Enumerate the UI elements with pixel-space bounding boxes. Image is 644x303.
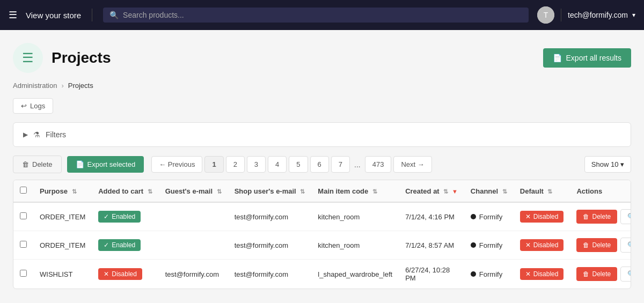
row2-show-button[interactable]: 🔍 Show <box>620 238 631 253</box>
row1-checkbox-cell <box>13 202 33 231</box>
row1-added-to-cart: ✓ Enabled <box>92 202 158 231</box>
delete-icon: 🗑 <box>22 160 29 168</box>
row3-added-cart-badge: ✕ Disabled <box>98 268 142 280</box>
row3-channel: Formify <box>464 260 514 289</box>
row2-shop-email: test@formify.com <box>228 231 312 260</box>
breadcrumb-sep: › <box>61 82 63 90</box>
main-item-code-sort-icon[interactable]: ⇅ <box>372 188 377 195</box>
col-purpose: Purpose ⇅ <box>33 180 92 202</box>
last-page-button[interactable]: 473 <box>365 156 392 173</box>
page-header: ☰ Projects 📄 Export all results <box>13 30 631 82</box>
topbar-right: T tech@formify.com ▾ <box>537 6 635 24</box>
row1-purpose: ORDER_ITEM <box>33 202 92 231</box>
row2-added-to-cart: ✓ Enabled <box>92 231 158 260</box>
export-selected-button[interactable]: 📄 Export selected <box>67 156 144 173</box>
user-menu-chevron[interactable]: ▾ <box>632 11 635 19</box>
show-select[interactable]: Show 10 ▾ <box>584 156 631 173</box>
row2-default-x: ✕ <box>525 241 531 249</box>
row2-main-item-code: kitchen_room <box>311 231 399 260</box>
row3-purpose: WISHLIST <box>33 260 92 289</box>
export-all-label: Export all results <box>566 54 621 62</box>
topbar: ☰ View your store 🔍 T tech@formify.com ▾ <box>0 0 644 30</box>
row3-checkbox[interactable] <box>20 270 27 277</box>
row2-purpose: ORDER_ITEM <box>33 231 92 260</box>
avatar: T <box>537 6 554 24</box>
next-button[interactable]: Next → <box>393 156 431 173</box>
projects-table: Purpose ⇅ Added to cart ⇅ Guest's e-mail… <box>13 180 631 289</box>
purpose-sort-icon[interactable]: ⇅ <box>72 188 77 195</box>
shop-email-sort-icon[interactable]: ⇅ <box>300 188 305 195</box>
user-email: tech@formify.com <box>568 11 628 19</box>
row3-main-item-code: l_shaped_wardrobe_left <box>311 260 399 289</box>
added-to-cart-sort-icon[interactable]: ⇅ <box>148 188 152 195</box>
row2-channel-dot <box>471 242 476 248</box>
row1-actions: 🗑 Delete 🔍 Show <box>570 202 631 231</box>
created-at-filter-icon[interactable]: ▼ <box>452 188 458 195</box>
row1-guest-email <box>159 202 228 231</box>
row3-created-at: 6/27/24, 10:28 PM <box>399 260 464 289</box>
col-actions: Actions <box>570 180 631 202</box>
row3-delete-button[interactable]: 🗑 Delete <box>576 267 617 281</box>
logs-button[interactable]: ↩ Logs <box>13 98 53 114</box>
row3-added-cart-x: ✕ <box>104 270 109 278</box>
row3-shop-email: test@formify.com <box>228 260 312 289</box>
export-all-button[interactable]: 📄 Export all results <box>543 48 631 68</box>
row1-channel: Formify <box>464 202 514 231</box>
filters-expand-icon[interactable]: ▶ <box>23 131 28 138</box>
row3-delete-icon: 🗑 <box>583 270 589 278</box>
page-7-button[interactable]: 7 <box>331 156 350 173</box>
row3-guest-email: test@formify.com <box>159 260 228 289</box>
delete-label: Delete <box>32 160 53 168</box>
search-icon: 🔍 <box>109 11 119 19</box>
filter-icon: ⚗ <box>33 130 40 139</box>
created-at-sort-icon[interactable]: ⇅ <box>443 188 448 195</box>
row3-added-to-cart: ✕ Disabled <box>92 260 158 289</box>
row1-added-cart-badge: ✓ Enabled <box>98 211 141 223</box>
export-icon: 📄 <box>553 54 562 62</box>
row1-created-at: 7/1/24, 4:16 PM <box>399 202 464 231</box>
channel-sort-icon[interactable]: ⇅ <box>502 188 507 195</box>
row1-channel-dot <box>471 214 476 219</box>
row3-default-x: ✕ <box>525 270 531 278</box>
row3-show-button[interactable]: 🔍 Show <box>620 267 631 282</box>
breadcrumb-admin[interactable]: Administration <box>13 82 57 90</box>
row2-channel: Formify <box>464 231 514 260</box>
svg-text:T: T <box>544 11 548 19</box>
row2-show-icon: 🔍 <box>627 241 631 249</box>
row1-delete-icon: 🗑 <box>583 213 589 220</box>
row1-checkbox[interactable] <box>20 212 27 219</box>
table-row: WISHLIST ✕ Disabled test@formify.com tes… <box>13 260 631 289</box>
row2-delete-button[interactable]: 🗑 Delete <box>576 238 617 252</box>
row1-delete-button[interactable]: 🗑 Delete <box>576 210 617 224</box>
select-all-checkbox[interactable] <box>20 187 27 194</box>
row1-main-item-code: kitchen_room <box>311 202 399 231</box>
col-channel: Channel ⇅ <box>464 180 514 202</box>
delete-button[interactable]: 🗑 Delete <box>13 156 62 173</box>
search-input[interactable] <box>123 11 522 19</box>
row3-actions: 🗑 Delete 🔍 Show <box>570 260 631 289</box>
default-sort-icon[interactable]: ⇅ <box>547 188 552 195</box>
main-content: ☰ Projects 📄 Export all results Administ… <box>0 30 644 302</box>
store-link[interactable]: View your store <box>26 11 81 20</box>
projects-icon: ☰ <box>22 50 34 65</box>
row3-default-badge: ✕ Disabled <box>520 268 564 280</box>
page-6-button[interactable]: 6 <box>310 156 329 173</box>
page-1-button[interactable]: 1 <box>204 156 223 173</box>
row2-added-cart-check: ✓ <box>104 241 109 249</box>
row2-checkbox[interactable] <box>20 241 27 248</box>
filters-bar: ▶ ⚗ Filters <box>13 122 631 147</box>
page-3-button[interactable]: 3 <box>247 156 266 173</box>
table-wrapper: Purpose ⇅ Added to cart ⇅ Guest's e-mail… <box>13 180 631 289</box>
menu-icon[interactable]: ☰ <box>9 9 17 21</box>
topbar-divider <box>92 9 92 21</box>
prev-button[interactable]: ← Previous <box>151 156 202 173</box>
row1-show-icon: 🔍 <box>627 213 631 220</box>
col-shop-email: Shop user's e-mail ⇅ <box>228 180 312 202</box>
guest-email-sort-icon[interactable]: ⇅ <box>217 188 222 195</box>
table-head: Purpose ⇅ Added to cart ⇅ Guest's e-mail… <box>13 180 631 202</box>
page-2-button[interactable]: 2 <box>226 156 245 173</box>
page-4-button[interactable]: 4 <box>268 156 287 173</box>
page-5-button[interactable]: 5 <box>289 156 308 173</box>
row1-default-x: ✕ <box>525 213 531 220</box>
row1-show-button[interactable]: 🔍 Show <box>620 209 631 224</box>
